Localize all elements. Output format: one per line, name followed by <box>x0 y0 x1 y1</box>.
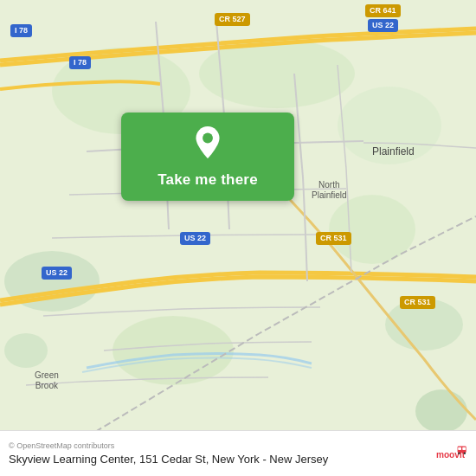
svg-point-16 <box>458 452 460 454</box>
i78-shield-top: I 78 <box>10 24 32 37</box>
svg-rect-15 <box>462 447 466 450</box>
take-me-there-label: Take me there <box>158 171 258 189</box>
svg-point-3 <box>415 389 467 433</box>
svg-point-10 <box>203 133 213 144</box>
take-me-there-button[interactable]: Take me there <box>121 113 294 201</box>
location-name: Skyview Learning Center, 151 Cedar St, N… <box>9 453 328 467</box>
north-plainfield-label: NorthPlainfield <box>312 180 347 201</box>
cr531-top-shield: CR 531 <box>316 232 351 245</box>
us22-top-shield: US 22 <box>368 19 398 32</box>
cr531-bot-shield: CR 531 <box>400 296 435 309</box>
moovit-icon: moovit <box>434 438 467 471</box>
svg-point-4 <box>4 333 48 368</box>
cr527-shield: CR 527 <box>215 13 250 26</box>
location-pin-icon <box>189 126 227 164</box>
cr641-shield: CR 641 <box>365 4 401 17</box>
bottom-bar: © OpenStreetMap contributors Skyview Lea… <box>0 430 476 476</box>
svg-point-9 <box>113 316 234 385</box>
svg-rect-14 <box>458 447 461 450</box>
i78-shield-mid: I 78 <box>69 56 91 69</box>
us22-left-shield: US 22 <box>42 267 72 280</box>
map-attribution: © OpenStreetMap contributors <box>9 441 328 450</box>
green-brook-label: GreenBrook <box>35 370 59 391</box>
plainfield-label: Plainfield <box>372 145 415 158</box>
moovit-logo: moovit <box>434 438 467 471</box>
svg-point-17 <box>464 452 466 454</box>
map-container: I 78 I 78 CR 527 CR 641 US 22 US 22 US 2… <box>0 0 476 476</box>
map-roads <box>0 0 476 476</box>
bottom-info: © OpenStreetMap contributors Skyview Lea… <box>9 441 328 467</box>
us22-mid-shield: US 22 <box>180 232 210 245</box>
